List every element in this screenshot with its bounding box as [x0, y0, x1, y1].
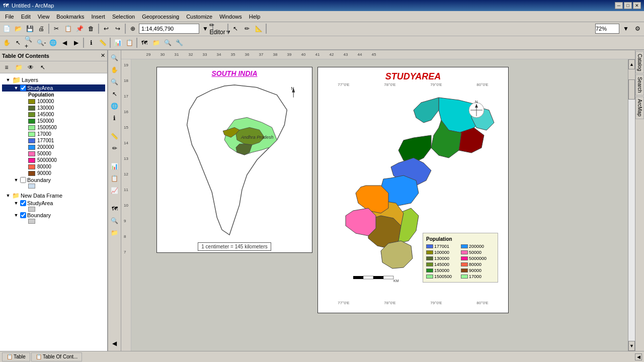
window-controls[interactable]: ─ □ ✕	[615, 2, 641, 9]
tool1[interactable]: ↖	[230, 23, 241, 34]
identify-button[interactable]: ℹ	[86, 37, 97, 48]
close-button[interactable]: ✕	[633, 2, 641, 9]
lt-select[interactable]: ↖	[109, 88, 120, 100]
open-button[interactable]: 📂	[13, 23, 24, 34]
maximize-button[interactable]: □	[624, 2, 632, 9]
menu-windows[interactable]: Windows	[216, 13, 245, 21]
lt-layer[interactable]: 📊	[109, 161, 120, 172]
new-button[interactable]: 📄	[1, 23, 12, 34]
menu-file[interactable]: File	[2, 13, 17, 21]
toc-visibility-btn[interactable]: 👁	[25, 62, 36, 73]
lt-expand[interactable]: ◀	[109, 338, 120, 349]
catalog-tab[interactable]: Catalog	[635, 51, 644, 73]
lt-table[interactable]: 📋	[109, 173, 120, 184]
search-btn[interactable]: 🔍	[162, 37, 173, 48]
lt-full-ext[interactable]: 🌐	[109, 101, 120, 112]
next-extent[interactable]: ▶	[70, 37, 82, 48]
legend-17000: 17000	[28, 131, 105, 137]
redo-button[interactable]: ↪	[112, 23, 123, 34]
select-button[interactable]: ↖	[13, 37, 24, 48]
boundary2-expand-icon[interactable]: ▼	[13, 212, 19, 218]
layers-node[interactable]: ▼ 📁 Layers	[2, 75, 105, 84]
save-button[interactable]: 💾	[24, 23, 35, 34]
paste-button[interactable]: 📌	[74, 23, 85, 34]
sa2-checkbox[interactable]	[20, 200, 26, 206]
vertical-scrollbar[interactable]: ▲ ▼	[628, 59, 635, 351]
zoom-input[interactable]: 72%	[595, 24, 619, 34]
cut-button[interactable]: ✂	[51, 23, 62, 34]
bottom-scroll-left[interactable]: ◀	[635, 353, 642, 360]
studyarea-checkbox[interactable]	[20, 85, 26, 91]
boundary2-checkbox[interactable]	[20, 212, 26, 218]
toc-list-btn[interactable]: ≡	[1, 62, 12, 73]
search-tab[interactable]: Search	[635, 74, 644, 96]
tool2[interactable]: ✏	[242, 23, 253, 34]
minimize-button[interactable]: ─	[615, 2, 623, 9]
undo-button[interactable]: ↩	[101, 23, 112, 34]
studyarea2-node[interactable]: ▼ StudyArea	[2, 200, 105, 207]
menu-edit[interactable]: Edit	[18, 13, 34, 21]
population-legend-box: Population 177001 200000 100000 50000 13…	[423, 233, 498, 283]
menu-geoprocessing[interactable]: Geoprocessing	[139, 13, 182, 21]
table-tab[interactable]: 📋 Table	[2, 352, 30, 361]
boundary-node-1[interactable]: ▼ Boundary	[2, 176, 105, 184]
menu-view[interactable]: View	[35, 13, 53, 21]
arcmap-btn[interactable]: 🗺	[139, 37, 150, 48]
arcmap-tab[interactable]: ArcMap	[635, 97, 644, 119]
lt-arcmap[interactable]: 🗺	[109, 203, 120, 214]
lt-search[interactable]: 🔍	[109, 215, 120, 226]
lt-measure[interactable]: 📏	[109, 131, 120, 142]
toolbox-btn[interactable]: 🔧	[174, 37, 185, 48]
scale-input[interactable]: 1:14,495,790	[139, 24, 199, 34]
menu-selection[interactable]: Selection	[109, 13, 138, 21]
toc-source-btn[interactable]: 📁	[13, 62, 24, 73]
boundary1-checkbox[interactable]	[20, 177, 26, 183]
copy-button[interactable]: 📋	[62, 23, 73, 34]
full-extent[interactable]: 🌐	[47, 37, 58, 48]
print-button[interactable]: 🖨	[36, 23, 47, 34]
tool3[interactable]: 📐	[253, 23, 264, 34]
ndf-expand-icon[interactable]: ▼	[5, 193, 11, 199]
pan-button[interactable]: ✋	[1, 37, 12, 48]
boundary1-expand-icon[interactable]: ▼	[13, 177, 19, 183]
sa2-expand-icon[interactable]: ▼	[13, 200, 19, 206]
toc-tab[interactable]: 📋 Table Of Cont...	[31, 352, 82, 361]
prev-extent[interactable]: ◀	[59, 37, 70, 48]
scroll-up-btn[interactable]: ▲	[628, 59, 635, 69]
lt-info[interactable]: ℹ	[109, 113, 120, 124]
menu-help[interactable]: Help	[246, 13, 264, 21]
zoom-in-button[interactable]: ⊕	[127, 23, 138, 34]
lt-pan[interactable]: ✋	[109, 64, 120, 75]
scroll-down-btn[interactable]: ▼	[628, 341, 635, 351]
delete-button[interactable]: 🗑	[86, 23, 97, 34]
zoom-map-in[interactable]: 🔍+	[24, 37, 35, 48]
menu-bookmarks[interactable]: Bookmarks	[53, 13, 87, 21]
settings-button[interactable]: ⚙	[632, 23, 643, 34]
table-btn[interactable]: 📋	[124, 37, 135, 48]
catalog-btn[interactable]: 📁	[150, 37, 162, 48]
zoom-map-out[interactable]: 🔍-	[36, 37, 47, 48]
toc-selection-btn[interactable]: ↖	[37, 62, 48, 73]
new-data-frame-node[interactable]: ▼ 📁 New Data Frame	[2, 192, 105, 200]
menu-insert[interactable]: Insert	[88, 13, 108, 21]
toc-close-button[interactable]: ✕	[101, 52, 105, 59]
lt-zoom-in[interactable]: 🔍	[109, 52, 120, 63]
title-bar-left: 🗺 Untitled - ArcMap	[3, 3, 54, 9]
svg-text:Andhra Pradesh: Andhra Pradesh	[240, 135, 274, 140]
lt-edit[interactable]: ✏	[109, 143, 120, 154]
editor-button[interactable]: ✏ Editor▼	[215, 23, 226, 34]
toc-tab-label: Table Of Cont...	[43, 354, 77, 359]
zoom-dropdown-btn[interactable]: ▼	[620, 23, 631, 34]
measure-button[interactable]: 📏	[97, 37, 108, 48]
menu-customize[interactable]: Customize	[183, 13, 215, 21]
studyarea-expand-icon[interactable]: ▼	[13, 85, 19, 91]
lt-zoom-out[interactable]: 🔍	[109, 76, 120, 87]
lt-chart[interactable]: 📈	[109, 185, 120, 196]
layer-btn[interactable]: 📊	[112, 37, 123, 48]
layers-expand-icon[interactable]: ▼	[5, 77, 11, 83]
lt-catalog[interactable]: 📁	[109, 227, 120, 238]
zoom-percent-btn[interactable]: 72%	[595, 23, 620, 34]
studyarea-node[interactable]: ▼ StudyArea	[2, 84, 105, 92]
scroll-thumb[interactable]	[628, 79, 635, 100]
boundary-node-2[interactable]: ▼ Boundary	[2, 212, 105, 219]
